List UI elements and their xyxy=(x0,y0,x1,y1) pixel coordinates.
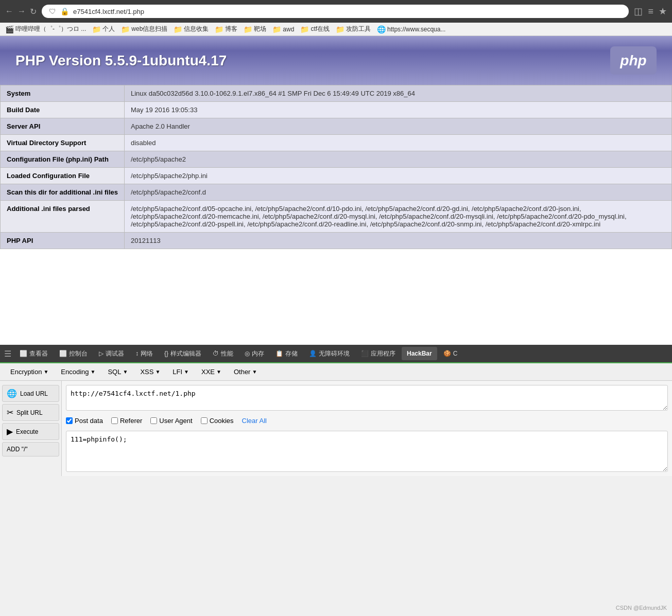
cookies-checkbox[interactable] xyxy=(201,417,208,424)
tab-network[interactable]: ↕ 网络 xyxy=(130,346,158,361)
menu-sql[interactable]: SQL ▼ xyxy=(102,366,133,377)
browser-actions: ◫ ≡ ★ xyxy=(634,6,667,17)
user-agent-checkbox[interactable] xyxy=(150,417,157,424)
tab-console[interactable]: ⬜ 控制台 xyxy=(54,346,93,361)
load-url-button[interactable]: 🌐 Load URL xyxy=(2,385,59,402)
bookmark-blog[interactable]: 📁 博客 xyxy=(215,25,237,33)
menu-other[interactable]: Other ▼ xyxy=(229,366,262,377)
bookmark-secqua-label: https://www.secqua... xyxy=(387,26,445,33)
devtools-toggle-icon[interactable]: ☰ xyxy=(4,349,11,359)
cookie-icon: 🍪 xyxy=(443,350,451,357)
bookmark-tools[interactable]: 📁 攻防工具 xyxy=(336,25,371,33)
menu-encryption[interactable]: Encryption ▼ xyxy=(5,366,54,377)
php-row-key: System xyxy=(1,85,125,102)
menu-xxe[interactable]: XXE ▼ xyxy=(196,366,227,377)
referer-checkbox[interactable] xyxy=(111,417,118,424)
bookmark-ctf[interactable]: 📁 ctf在线 xyxy=(300,25,330,33)
bookmark-webscan-label: web信息扫描 xyxy=(131,25,167,33)
execute-button[interactable]: ▶ Execute xyxy=(2,423,59,440)
tab-performance-label: 性能 xyxy=(221,349,233,358)
bookmark-personal-label: 个人 xyxy=(102,25,115,33)
extensions-icon[interactable]: ◫ xyxy=(634,6,643,17)
back-button[interactable]: ← xyxy=(5,7,13,16)
tab-memory[interactable]: ◎ 内存 xyxy=(239,346,269,361)
php-row-value: 20121113 xyxy=(124,233,671,249)
php-row-key: Build Date xyxy=(1,102,125,118)
post-data-checkbox[interactable] xyxy=(66,417,73,424)
bookmark-info[interactable]: 📁 信息收集 xyxy=(174,25,209,33)
sql-label: SQL xyxy=(108,368,121,376)
forward-button[interactable]: → xyxy=(18,7,26,16)
user-agent-option[interactable]: User Agent xyxy=(150,417,192,425)
bookmark-awd[interactable]: 📁 awd xyxy=(272,25,294,33)
bookmark-target[interactable]: 📁 靶场 xyxy=(244,25,266,33)
post-data-input[interactable] xyxy=(66,431,668,472)
tab-application-label: 应用程序 xyxy=(371,349,395,358)
tab-performance[interactable]: ⏱ 性能 xyxy=(208,346,238,361)
style-editor-icon: {} xyxy=(164,350,168,357)
clear-all-button[interactable]: Clear All xyxy=(242,417,267,425)
add-slash-button[interactable]: ADD "/" xyxy=(2,442,59,456)
post-data-option[interactable]: Post data xyxy=(66,417,103,425)
bookmark-tools-label: 攻防工具 xyxy=(346,25,371,33)
php-row-value: May 19 2016 19:05:33 xyxy=(124,102,671,118)
split-url-label: Split URL xyxy=(16,409,43,416)
tab-cookies[interactable]: 🍪 C xyxy=(438,347,463,360)
tab-debugger[interactable]: ▷ 调试器 xyxy=(94,346,129,361)
encoding-label: Encoding xyxy=(61,368,89,376)
load-url-icon: 🌐 xyxy=(7,389,17,398)
cookies-option[interactable]: Cookies xyxy=(201,417,234,425)
address-bar[interactable]: 🛡 🔒 e7541cf4.lxctf.net/1.php xyxy=(42,5,629,18)
php-row-value: Apache 2.0 Handler xyxy=(124,118,671,135)
tab-accessibility[interactable]: 👤 无障碍环境 xyxy=(304,346,355,361)
tab-storage[interactable]: 📋 存储 xyxy=(270,346,303,361)
table-row: Loaded Configuration File/etc/php5/apach… xyxy=(1,168,672,184)
referer-option[interactable]: Referer xyxy=(111,417,142,425)
table-row: SystemLinux da50c032d56d 3.10.0-1062.9.1… xyxy=(1,85,672,102)
hackbar-menu: Encryption ▼ Encoding ▼ SQL ▼ XSS ▼ LFI … xyxy=(0,363,672,381)
encryption-arrow-icon: ▼ xyxy=(43,369,48,375)
bookmark-icon[interactable]: ★ xyxy=(659,6,667,17)
bookmark-awd-label: awd xyxy=(283,26,294,33)
menu-xss[interactable]: XSS ▼ xyxy=(135,366,165,377)
menu-lfi[interactable]: LFI ▼ xyxy=(167,366,194,377)
tab-accessibility-label: 无障碍环境 xyxy=(319,349,350,358)
tab-application[interactable]: ⬛ 应用程序 xyxy=(356,346,401,361)
bookmark-webscan[interactable]: 📁 web信息扫描 xyxy=(121,25,167,33)
tab-hackbar[interactable]: HackBar xyxy=(402,347,437,360)
url-display[interactable]: e7541cf4.lxctf.net/1.php xyxy=(73,8,622,15)
menu-icon[interactable]: ≡ xyxy=(648,6,653,17)
tab-network-label: 网络 xyxy=(141,349,153,358)
folder-icon: 📁 xyxy=(174,25,182,33)
php-info-table: SystemLinux da50c032d56d 3.10.0-1062.9.1… xyxy=(0,85,672,249)
tab-inspector[interactable]: ⬜ 查看器 xyxy=(14,346,53,361)
tab-style-editor[interactable]: {} 样式编辑器 xyxy=(159,346,206,361)
url-input[interactable] xyxy=(66,385,668,411)
split-url-icon: ✂ xyxy=(7,408,13,417)
split-url-button[interactable]: ✂ Split URL xyxy=(2,404,59,421)
folder-icon: 📁 xyxy=(336,25,344,33)
application-icon: ⬛ xyxy=(361,350,369,357)
storage-icon: 📋 xyxy=(275,350,283,357)
bookmark-personal[interactable]: 📁 个人 xyxy=(92,25,115,33)
execute-label: Execute xyxy=(16,428,38,435)
table-row: Configuration File (php.ini) Path/etc/ph… xyxy=(1,151,672,168)
add-slash-label: ADD "/" xyxy=(7,446,28,453)
php-row-key: Scan this dir for additional .ini files xyxy=(1,184,125,201)
other-label: Other xyxy=(234,368,251,376)
table-row: PHP API20121113 xyxy=(1,233,672,249)
debugger-icon: ▷ xyxy=(99,350,104,357)
menu-encoding[interactable]: Encoding ▼ xyxy=(56,366,100,377)
php-header: PHP Version 5.5.9-1ubuntu4.17 php xyxy=(0,36,672,85)
bookmark-secqua[interactable]: 🌐 https://www.secqua... xyxy=(377,25,445,33)
hackbar-label: HackBar xyxy=(407,350,432,357)
lock-icon: 🔒 xyxy=(60,7,69,15)
post-data-label: Post data xyxy=(75,417,103,425)
table-row: Virtual Directory Supportdisabled xyxy=(1,135,672,151)
folder-icon: 📁 xyxy=(215,25,223,33)
reload-button[interactable]: ↻ xyxy=(30,7,37,16)
bookmark-bilibili[interactable]: 🎬 哔哩哔哩（゜-゜）つロ ... xyxy=(5,25,86,33)
main-content: PHP Version 5.5.9-1ubuntu4.17 php System… xyxy=(0,36,672,345)
other-arrow-icon: ▼ xyxy=(252,369,257,375)
tab-storage-label: 存储 xyxy=(285,349,298,358)
